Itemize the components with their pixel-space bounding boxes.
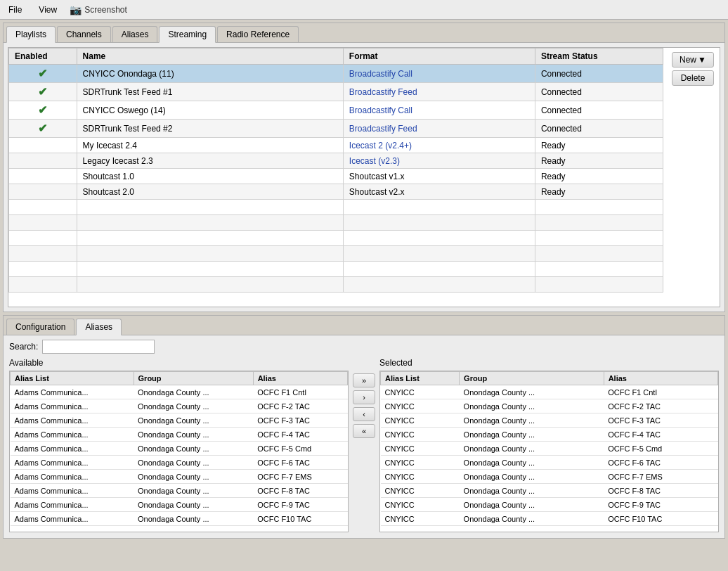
selected-table-row[interactable]: CNYICCOnondaga County ...OCFC F1 Cntl — [381, 385, 718, 399]
selected-table-row[interactable]: CNYICCOnondaga County ...OCFC F-3 TAC — [381, 413, 718, 428]
available-table-row[interactable]: Adams Communica...Onondaga County ...OCF… — [11, 512, 348, 526]
col-header-format: Format — [343, 49, 535, 65]
dropdown-arrow-icon: ▼ — [698, 55, 706, 65]
screenshot-button[interactable]: 📷 Screenshot — [70, 4, 127, 15]
tab-configuration[interactable]: Configuration — [6, 319, 74, 335]
available-table-row[interactable]: Adams Communica...Onondaga County ...OCF… — [11, 385, 348, 399]
avail-alias_list-cell: Adams Communica... — [11, 385, 134, 399]
tab-streaming[interactable]: Streaming — [159, 26, 216, 43]
sel-alias_list-cell: CNYICC — [381, 399, 460, 413]
transfer-right-button[interactable]: › — [353, 390, 375, 404]
avail-alias_list-cell: Adams Communica... — [11, 442, 134, 456]
available-label: Available — [9, 358, 349, 368]
available-table-row[interactable]: Adams Communica...Onondaga County ...OCF… — [11, 428, 348, 442]
stream-table-row-empty — [9, 200, 663, 215]
sel-alias-cell: OCFC F-7 EMS — [604, 470, 717, 484]
tab-channels[interactable]: Channels — [57, 26, 111, 42]
main-tab-bar: Playlists Channels Aliases Streaming Rad… — [4, 23, 724, 43]
selected-table: Alias List Group Alias CNYICCOnondaga Co… — [380, 371, 718, 526]
sel-col-alias-list: Alias List — [381, 372, 460, 385]
available-table: Alias List Group Alias Adams Communica..… — [10, 371, 348, 526]
tab-aliases[interactable]: Aliases — [112, 26, 158, 42]
available-table-row[interactable]: Adams Communica...Onondaga County ...OCF… — [11, 456, 348, 470]
sel-col-alias: Alias — [604, 372, 717, 385]
sel-alias-cell: OCFC F10 TAC — [604, 512, 717, 526]
avail-alias_list-cell: Adams Communica... — [11, 470, 134, 484]
stream-table-row[interactable]: ✔CNYICC Oswego (14)Broadcastify CallConn… — [9, 101, 663, 120]
stream-table-row[interactable]: ✔CNYICC Onondaga (11)Broadcastify CallCo… — [9, 65, 663, 83]
selected-label: Selected — [379, 358, 719, 368]
checkmark-icon: ✔ — [38, 68, 47, 79]
avail-alias_list-cell: Adams Communica... — [11, 413, 134, 428]
stream-enabled-cell — [9, 184, 77, 200]
stream-table-row[interactable]: Shoutcast 1.0Shoutcast v1.xReady — [9, 169, 663, 184]
selected-table-row[interactable]: CNYICCOnondaga County ...OCFC F-8 TAC — [381, 484, 718, 498]
stream-status-cell: Ready — [535, 184, 663, 200]
avail-alias-cell: OCFC F-5 Cmd — [253, 442, 347, 456]
selected-panel: Selected Alias List Group Alias CNYICCOn… — [379, 358, 719, 532]
available-table-row[interactable]: Adams Communica...Onondaga County ...OCF… — [11, 413, 348, 428]
stream-enabled-cell — [9, 138, 77, 153]
checkmark-icon: ✔ — [38, 104, 47, 116]
avail-alias-cell: OCFC F10 TAC — [253, 512, 347, 526]
avail-group-cell: Onondaga County ... — [134, 512, 253, 526]
tab-playlists[interactable]: Playlists — [6, 26, 56, 43]
selected-table-row[interactable]: CNYICCOnondaga County ...OCFC F-9 TAC — [381, 498, 718, 512]
stream-status-cell: Ready — [535, 138, 663, 153]
delete-button[interactable]: Delete — [672, 70, 714, 86]
sel-alias_list-cell: CNYICC — [381, 413, 460, 428]
avail-group-cell: Onondaga County ... — [134, 442, 253, 456]
selected-table-row[interactable]: CNYICCOnondaga County ...OCFC F-4 TAC — [381, 428, 718, 442]
tab-aliases-bottom[interactable]: Aliases — [76, 319, 122, 335]
menu-file[interactable]: File — [4, 4, 26, 16]
transfer-all-right-button[interactable]: » — [353, 373, 375, 387]
available-table-row[interactable]: Adams Communica...Onondaga County ...OCF… — [11, 484, 348, 498]
available-table-row[interactable]: Adams Communica...Onondaga County ...OCF… — [11, 498, 348, 512]
stream-table-row[interactable]: Legacy Icecast 2.3Icecast (v2.3)Ready — [9, 153, 663, 169]
available-table-row[interactable]: Adams Communica...Onondaga County ...OCF… — [11, 442, 348, 456]
selected-table-row[interactable]: CNYICCOnondaga County ...OCFC F-7 EMS — [381, 470, 718, 484]
stream-table: Enabled Name Format Stream Status ✔CNYIC… — [8, 48, 663, 293]
stream-format-cell: Broadcastify Feed — [343, 83, 535, 101]
stream-format-cell: Shoutcast v1.x — [343, 169, 535, 184]
stream-format-cell: Shoutcast v2.x — [343, 184, 535, 200]
menu-view[interactable]: View — [34, 4, 61, 16]
avail-alias_list-cell: Adams Communica... — [11, 498, 134, 512]
selected-table-row[interactable]: CNYICCOnondaga County ...OCFC F-2 TAC — [381, 399, 718, 413]
stream-table-row[interactable]: ✔SDRTrunk Test Feed #2Broadcastify FeedC… — [9, 120, 663, 138]
avail-alias-cell: OCFC F-4 TAC — [253, 428, 347, 442]
avail-col-alias-list: Alias List — [11, 372, 134, 385]
selected-table-row[interactable]: CNYICCOnondaga County ...OCFC F-6 TAC — [381, 456, 718, 470]
stream-enabled-cell: ✔ — [9, 101, 77, 120]
avail-alias-cell: OCFC F-9 TAC — [253, 498, 347, 512]
stream-table-row[interactable]: ✔SDRTrunk Test Feed #1Broadcastify FeedC… — [9, 83, 663, 101]
sel-alias-cell: OCFC F-6 TAC — [604, 456, 717, 470]
stream-table-row[interactable]: My Icecast 2.4Icecast 2 (v2.4+)Ready — [9, 138, 663, 153]
stream-enabled-cell: ✔ — [9, 83, 77, 101]
transfer-left-button[interactable]: ‹ — [353, 407, 375, 421]
bottom-tab-bar: Configuration Aliases — [4, 316, 724, 335]
avail-alias-cell: OCFC F-7 EMS — [253, 470, 347, 484]
selected-table-row[interactable]: CNYICCOnondaga County ...OCFC F10 TAC — [381, 512, 718, 526]
available-table-row[interactable]: Adams Communica...Onondaga County ...OCF… — [11, 470, 348, 484]
sel-alias-cell: OCFC F-4 TAC — [604, 428, 717, 442]
stream-format-cell: Broadcastify Feed — [343, 120, 535, 138]
sel-alias-cell: OCFC F-3 TAC — [604, 413, 717, 428]
new-button[interactable]: New ▼ — [672, 52, 714, 68]
avail-group-cell: Onondaga County ... — [134, 385, 253, 399]
transfer-all-left-button[interactable]: « — [353, 424, 375, 438]
avail-alias_list-cell: Adams Communica... — [11, 399, 134, 413]
avail-alias-cell: OCFC F1 Cntl — [253, 385, 347, 399]
tab-radio-reference[interactable]: Radio Reference — [217, 26, 299, 42]
available-table-wrapper[interactable]: Alias List Group Alias Adams Communica..… — [9, 371, 349, 532]
available-table-row[interactable]: Adams Communica...Onondaga County ...OCF… — [11, 399, 348, 413]
search-input[interactable] — [42, 340, 155, 354]
sel-group-cell: Onondaga County ... — [460, 399, 604, 413]
sel-col-group: Group — [460, 372, 604, 385]
stream-status-cell: Connected — [535, 101, 663, 120]
selected-table-row[interactable]: CNYICCOnondaga County ...OCFC F-5 Cmd — [381, 442, 718, 456]
selected-table-wrapper[interactable]: Alias List Group Alias CNYICCOnondaga Co… — [379, 371, 719, 532]
avail-col-group: Group — [134, 372, 253, 385]
stream-table-row[interactable]: Shoutcast 2.0Shoutcast v2.xReady — [9, 184, 663, 200]
stream-table-row-empty — [9, 262, 663, 277]
